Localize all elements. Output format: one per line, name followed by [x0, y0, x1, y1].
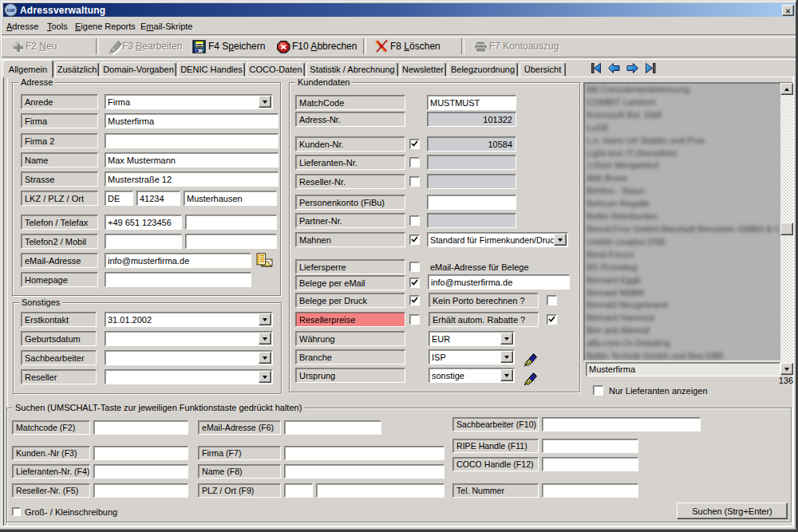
svg-text:ISP: ISP	[6, 7, 14, 13]
